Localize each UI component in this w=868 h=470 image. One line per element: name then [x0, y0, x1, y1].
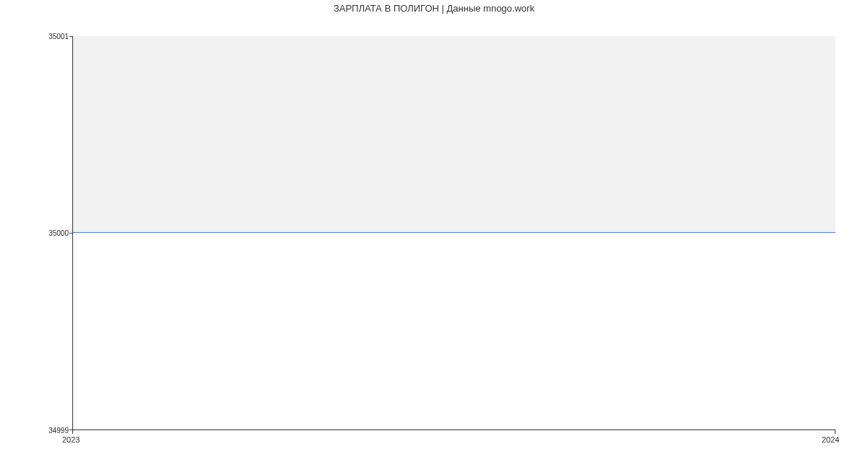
- y-tick-label: 35001: [25, 33, 69, 40]
- plot-area: [72, 36, 835, 430]
- y-tick-label: 35000: [25, 229, 69, 237]
- chart-container: ЗАРПЛАТА В ПОЛИГОН | Данные mnogo.work 3…: [0, 0, 868, 470]
- series-area-fill: [73, 36, 835, 233]
- series-line: [73, 232, 835, 233]
- x-tick-mark: [835, 430, 835, 434]
- y-tick-label: 34999: [25, 427, 69, 435]
- x-tick-mark: [72, 430, 73, 434]
- chart-title: ЗАРПЛАТА В ПОЛИГОН | Данные mnogo.work: [0, 3, 868, 14]
- x-tick-label: 2023: [62, 435, 80, 444]
- x-tick-label: 2024: [822, 435, 839, 444]
